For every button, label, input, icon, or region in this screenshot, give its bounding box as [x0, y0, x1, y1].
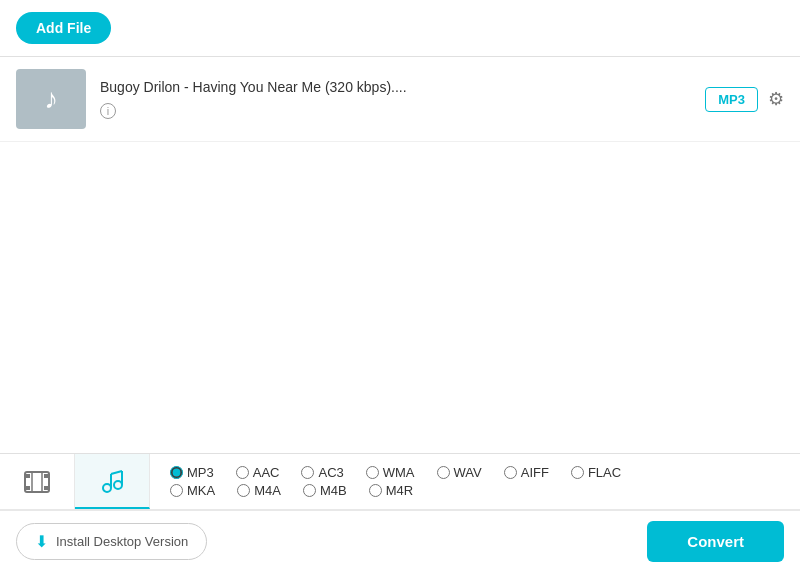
install-desktop-button[interactable]: ⬇ Install Desktop Version [16, 523, 207, 560]
svg-rect-4 [44, 486, 48, 490]
install-desktop-label: Install Desktop Version [56, 534, 188, 549]
format-label-m4b: M4B [320, 483, 347, 498]
tab-video[interactable] [0, 454, 75, 509]
footer-bar: ⬇ Install Desktop Version Convert [0, 510, 800, 572]
audio-icon [99, 468, 125, 494]
svg-point-8 [114, 481, 122, 489]
radio-aac[interactable] [236, 466, 249, 479]
svg-rect-1 [26, 474, 30, 478]
format-badge[interactable]: MP3 [705, 87, 758, 112]
top-bar: Add File [0, 0, 800, 57]
format-label-wma: WMA [383, 465, 415, 480]
format-option-m4r[interactable]: M4R [369, 483, 413, 498]
format-option-m4a[interactable]: M4A [237, 483, 281, 498]
radio-wav[interactable] [437, 466, 450, 479]
bottom-panel: MP3AACAC3WMAWAVAIFFFLAC MKAM4AM4BM4R ⬇ I… [0, 453, 800, 572]
format-label-ac3: AC3 [318, 465, 343, 480]
info-icon[interactable]: i [100, 103, 116, 119]
radio-aiff[interactable] [504, 466, 517, 479]
download-icon: ⬇ [35, 532, 48, 551]
radio-flac[interactable] [571, 466, 584, 479]
file-item: ♪ Bugoy Drilon - Having You Near Me (320… [0, 57, 800, 142]
file-actions: MP3 ⚙ [705, 87, 784, 112]
format-option-ac3[interactable]: AC3 [301, 465, 343, 480]
music-note-icon: ♪ [44, 83, 58, 115]
radio-ac3[interactable] [301, 466, 314, 479]
svg-rect-3 [26, 486, 30, 490]
svg-rect-2 [44, 474, 48, 478]
format-option-aac[interactable]: AAC [236, 465, 280, 480]
svg-line-11 [111, 471, 122, 474]
convert-button[interactable]: Convert [647, 521, 784, 562]
radio-m4r[interactable] [369, 484, 382, 497]
format-row-1: MP3AACAC3WMAWAVAIFFFLAC [170, 465, 780, 480]
file-name: Bugoy Drilon - Having You Near Me (320 k… [100, 79, 705, 95]
add-file-button[interactable]: Add File [16, 12, 111, 44]
format-label-wav: WAV [454, 465, 482, 480]
format-label-m4a: M4A [254, 483, 281, 498]
tab-audio[interactable] [75, 454, 150, 509]
film-icon [24, 471, 50, 493]
tab-bar: MP3AACAC3WMAWAVAIFFFLAC MKAM4AM4BM4R [0, 454, 800, 510]
format-row-2: MKAM4AM4BM4R [170, 483, 780, 498]
radio-m4b[interactable] [303, 484, 316, 497]
format-label-flac: FLAC [588, 465, 621, 480]
radio-mp3[interactable] [170, 466, 183, 479]
format-option-mka[interactable]: MKA [170, 483, 215, 498]
format-label-m4r: M4R [386, 483, 413, 498]
format-option-mp3[interactable]: MP3 [170, 465, 214, 480]
format-label-mka: MKA [187, 483, 215, 498]
format-label-aac: AAC [253, 465, 280, 480]
settings-button[interactable]: ⚙ [768, 88, 784, 110]
format-label-mp3: MP3 [187, 465, 214, 480]
radio-mka[interactable] [170, 484, 183, 497]
format-options: MP3AACAC3WMAWAVAIFFFLAC MKAM4AM4BM4R [150, 454, 800, 509]
format-option-wma[interactable]: WMA [366, 465, 415, 480]
format-label-aiff: AIFF [521, 465, 549, 480]
radio-m4a[interactable] [237, 484, 250, 497]
svg-point-7 [103, 484, 111, 492]
radio-wma[interactable] [366, 466, 379, 479]
file-thumbnail: ♪ [16, 69, 86, 129]
format-option-aiff[interactable]: AIFF [504, 465, 549, 480]
format-option-flac[interactable]: FLAC [571, 465, 621, 480]
format-option-wav[interactable]: WAV [437, 465, 482, 480]
file-info: Bugoy Drilon - Having You Near Me (320 k… [100, 79, 705, 119]
format-option-m4b[interactable]: M4B [303, 483, 347, 498]
file-list-area: ♪ Bugoy Drilon - Having You Near Me (320… [0, 57, 800, 453]
